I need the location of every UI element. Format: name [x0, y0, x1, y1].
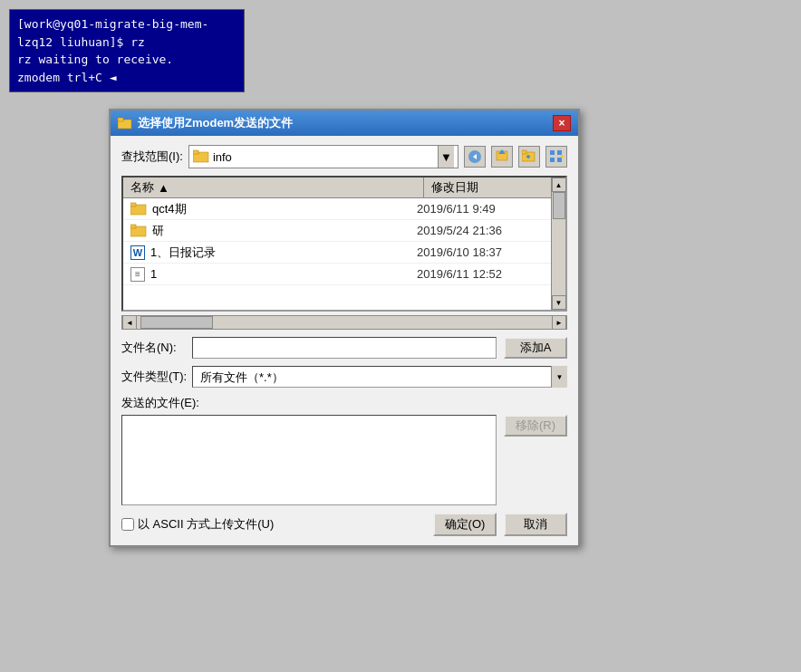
send-area-row: 移除(R): [121, 415, 567, 505]
dialog-title: 选择使用Zmodem发送的文件: [138, 115, 293, 131]
terminal-line3: zmodem trl+C ◄: [17, 69, 236, 87]
nav-new-folder-button[interactable]: [518, 146, 540, 168]
terminal-line1: [work@yq01-migrate-big-mem-lzq12 liuhuan…: [17, 15, 236, 51]
file-list-header-name-col[interactable]: 名称 ▲: [123, 178, 424, 197]
vertical-scrollbar[interactable]: ▲ ▼: [551, 178, 565, 310]
zmodem-dialog: 选择使用Zmodem发送的文件 × 查找范围(I): info ▼: [109, 109, 580, 547]
nav-view-button[interactable]: [545, 146, 567, 168]
location-folder-icon: [193, 149, 209, 164]
filetype-label: 文件类型(T):: [121, 369, 185, 385]
file-date: 2019/6/10 18:37: [417, 245, 544, 259]
ok-button[interactable]: 确定(O): [433, 513, 497, 536]
send-section: 发送的文件(E): 移除(R): [121, 395, 567, 505]
nav-up-button[interactable]: [491, 146, 513, 168]
svg-rect-14: [550, 158, 555, 162]
horizontal-scrollbar[interactable]: ◄ ►: [121, 315, 567, 330]
send-label: 发送的文件(E):: [121, 395, 567, 411]
file-name: 1: [150, 267, 417, 281]
list-item[interactable]: ≡ 1 2019/6/11 12:52: [123, 264, 551, 285]
close-button[interactable]: ×: [553, 115, 571, 131]
terminal-line2: rz waiting to receive.: [17, 51, 236, 69]
cancel-button[interactable]: 取消: [504, 513, 567, 536]
ascii-label: 以 ASCII 方式上传文件(U): [138, 516, 274, 533]
send-right-buttons: 移除(R): [504, 415, 567, 505]
titlebar-left: 选择使用Zmodem发送的文件: [118, 115, 293, 131]
text-file-icon: ≡: [130, 267, 145, 282]
scrollbar-down-button[interactable]: ▼: [552, 295, 566, 310]
word-doc-icon: W: [130, 245, 145, 260]
terminal: [work@yq01-migrate-big-mem-lzq12 liuhuan…: [9, 9, 245, 92]
file-name: qct4期: [152, 201, 417, 217]
add-button[interactable]: 添加A: [504, 337, 567, 359]
list-item[interactable]: 研 2019/5/24 21:36: [123, 220, 551, 242]
folder-icon: [130, 223, 147, 239]
svg-rect-3: [193, 150, 198, 154]
bottom-row: 以 ASCII 方式上传文件(U) 确定(O) 取消: [121, 513, 567, 536]
ascii-checkbox-row: 以 ASCII 方式上传文件(U): [121, 516, 274, 533]
new-folder-icon: [522, 149, 536, 164]
file-list-header-date-col[interactable]: 修改日期: [424, 178, 551, 197]
up-arrow-icon: [495, 149, 509, 164]
location-row: 查找范围(I): info ▼: [121, 145, 567, 168]
scrollbar-h-thumb[interactable]: [140, 316, 213, 329]
scrollbar-right-button[interactable]: ►: [552, 315, 566, 330]
file-name: 研: [152, 223, 417, 239]
remove-button[interactable]: 移除(R): [504, 415, 567, 437]
svg-rect-13: [557, 150, 562, 155]
location-dropdown-arrow[interactable]: ▼: [438, 146, 454, 168]
dialog-body: 查找范围(I): info ▼: [111, 136, 578, 545]
list-item[interactable]: W 1、日报记录 2019/6/10 18:37: [123, 242, 551, 264]
grid-view-icon: [549, 149, 564, 164]
scrollbar-track[interactable]: [553, 192, 565, 295]
filename-row: 文件名(N): 添加A: [121, 337, 567, 359]
file-date: 2019/6/11 12:52: [417, 267, 544, 281]
file-date: 2019/5/24 21:36: [417, 224, 544, 237]
file-list-container: 名称 ▲ 修改日期 qct4期: [121, 176, 567, 312]
file-name: 1、日报记录: [150, 245, 417, 261]
scrollbar-left-button[interactable]: ◄: [122, 315, 137, 330]
sort-arrow-icon: ▲: [158, 181, 169, 195]
filetype-select[interactable]: 所有文件（*.*）: [192, 366, 567, 388]
back-arrow-icon: [468, 150, 482, 163]
svg-rect-18: [130, 203, 136, 206]
nav-back-button[interactable]: [464, 146, 486, 168]
filename-input[interactable]: [192, 337, 497, 359]
ascii-checkbox[interactable]: [121, 518, 134, 531]
send-files-textarea[interactable]: [121, 415, 497, 505]
location-dropdown[interactable]: info ▼: [188, 145, 458, 168]
scrollbar-h-track[interactable]: [137, 316, 552, 329]
folder-icon: [130, 201, 147, 217]
titlebar-folder-icon: [118, 116, 132, 130]
filename-label: 文件名(N):: [121, 340, 185, 356]
svg-rect-9: [522, 150, 526, 154]
file-list-items: qct4期 2019/6/11 9:49 研 2019/5/24 21:36: [123, 198, 551, 310]
file-date: 2019/6/11 9:49: [417, 202, 544, 216]
bottom-buttons: 确定(O) 取消: [433, 513, 567, 536]
list-item[interactable]: qct4期 2019/6/11 9:49: [123, 198, 551, 220]
scrollbar-thumb[interactable]: [553, 192, 565, 219]
col-name-label: 名称: [130, 179, 154, 196]
filetype-row: 文件类型(T): 所有文件（*.*） ▼: [121, 366, 567, 388]
col-date-label: 修改日期: [431, 180, 478, 194]
location-value: info: [213, 150, 232, 164]
scrollbar-up-button[interactable]: ▲: [552, 178, 566, 192]
svg-rect-15: [557, 158, 562, 162]
svg-rect-12: [550, 150, 555, 155]
filetype-select-wrapper[interactable]: 所有文件（*.*） ▼: [192, 366, 567, 388]
file-list-header: 名称 ▲ 修改日期: [123, 178, 551, 198]
dialog-titlebar: 选择使用Zmodem发送的文件 ×: [111, 110, 578, 136]
location-label: 查找范围(I):: [121, 149, 183, 165]
svg-rect-1: [118, 118, 123, 121]
svg-rect-20: [130, 225, 136, 228]
